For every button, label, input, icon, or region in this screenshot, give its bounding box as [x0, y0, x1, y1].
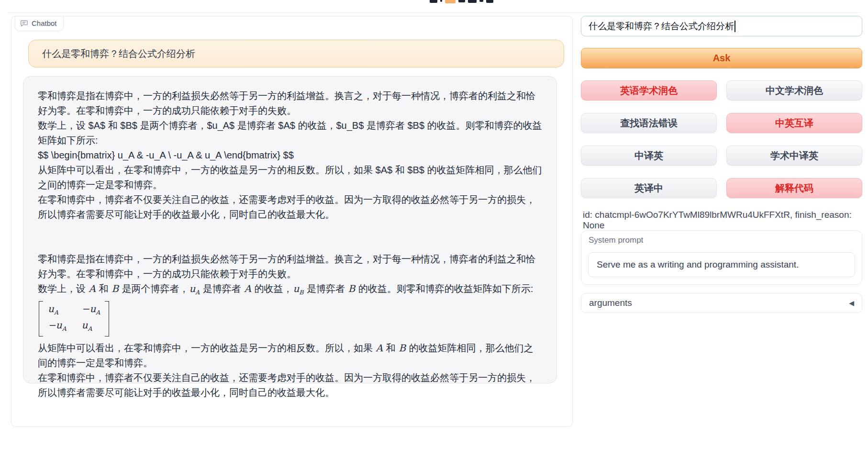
blank-lines — [38, 222, 542, 252]
text-cursor — [734, 21, 735, 32]
btn-explain-code[interactable]: 解释代码 — [726, 178, 862, 198]
title-glyph-fragment — [458, 0, 465, 2]
math-variable: −uA — [82, 303, 100, 318]
math-variable: −uA — [48, 319, 67, 335]
bot-paragraph: 零和博弈是指在博弈中，一方的利益损失必然等于另一方的利益增益。换言之，对于每一种… — [38, 252, 542, 281]
math-variable: B — [348, 283, 356, 294]
math-variable: uA — [48, 303, 67, 318]
arguments-accordion-label: arguments — [589, 298, 632, 308]
response-status-line: id: chatcmpl-6wOo7KrYTwMl89lbrMWRu4UkFFX… — [583, 210, 864, 231]
bot-paragraph: 从矩阵中可以看出，在零和博弈中，一方的收益是另一方的相反数。所以，如果 $A$ … — [38, 163, 542, 192]
bot-paragraph: 在零和博弈中，博弈者不仅要关注自己的收益，还需要考虑对手的收益。因为一方取得的收… — [38, 370, 542, 400]
arguments-accordion-header[interactable]: arguments ◀ — [581, 293, 862, 313]
matrix-left-bracket — [39, 301, 43, 337]
question-input-value: 什么是零和博弈？结合公式介绍分析 — [589, 20, 734, 33]
user-message-text: 什么是零和博弈？结合公式介绍分析 — [42, 47, 195, 60]
title-glyph-fragment — [445, 0, 456, 3]
math-variable: uA — [82, 319, 100, 335]
app-root: Chatbot 什么是零和博弈？结合公式介绍分析 零和博弈是指在博弈中，一方的利… — [0, 0, 868, 460]
math-variable: uB — [292, 283, 304, 294]
matrix-right-bracket — [105, 301, 109, 337]
bot-paragraph: 零和博弈是指在博弈中，一方的利益损失必然等于另一方的利益增益。换言之，对于每一种… — [38, 89, 542, 118]
btn-english-academic-polish[interactable]: 英语学术润色 — [581, 80, 717, 101]
system-prompt-value: Serve me as a writing and programming as… — [597, 259, 799, 270]
system-prompt-input[interactable]: Serve me as a writing and programming as… — [588, 252, 855, 277]
title-glyph-fragment — [486, 0, 493, 3]
payoff-matrix-row: uA−uA−uAuA — [38, 300, 542, 341]
math-variable: A — [376, 342, 383, 354]
bot-paragraph: 在零和博弈中，博弈者不仅要关注自己的收益，还需要考虑对手的收益。因为一方取得的收… — [38, 192, 542, 222]
accordion-collapsed-arrow-icon: ◀ — [849, 299, 854, 307]
system-prompt-group: System prompt Serve me as a writing and … — [581, 230, 862, 285]
btn-zh-to-en[interactable]: 中译英 — [581, 146, 717, 166]
chatbot-label-text: Chatbot — [32, 19, 57, 27]
title-glyph-fragment — [468, 0, 477, 3]
math-variable: A — [89, 283, 96, 294]
math-variable: B — [111, 283, 119, 294]
quick-button-grid: 英语学术润色中文学术润色查找语法错误中英互译中译英学术中译英英译中解释代码 — [581, 80, 862, 198]
bot-paragraph: 数学上，设 $A$ 和 $B$ 是两个博弈者，$u_A$ 是博弈者 $A$ 的收… — [38, 118, 542, 148]
cropped-page-title — [430, 0, 493, 5]
math-variable: A — [244, 283, 251, 294]
question-input[interactable]: 什么是零和博弈？结合公式介绍分析 — [581, 16, 862, 36]
chatbot-label: Chatbot — [15, 16, 64, 31]
title-glyph-fragment — [440, 0, 442, 2]
btn-find-grammar-errors[interactable]: 查找语法错误 — [581, 113, 717, 133]
title-glyph-fragment — [479, 0, 483, 2]
system-prompt-label: System prompt — [589, 236, 643, 245]
chatbot-panel[interactable]: Chatbot 什么是零和博弈？结合公式介绍分析 零和博弈是指在博弈中，一方的利… — [11, 16, 573, 427]
btn-academic-zh-to-en[interactable]: 学术中译英 — [726, 146, 862, 166]
btn-zh-en-mutual-translate[interactable]: 中英互译 — [726, 113, 862, 133]
bot-matrix-conclusion: 从矩阵中可以看出，在零和博弈中，一方的收益是另一方的相反数。所以，如果 A 和 … — [38, 341, 542, 370]
title-glyph-fragment — [430, 0, 437, 3]
math-variable: uA — [189, 283, 200, 294]
math-variable: B — [398, 342, 406, 354]
btn-en-to-zh[interactable]: 英译中 — [581, 178, 717, 198]
user-message-bubble: 什么是零和博弈？结合公式介绍分析 — [28, 40, 564, 67]
header-divider — [8, 12, 860, 13]
matrix-cells: uA−uA−uAuA — [43, 301, 105, 337]
bot-math-intro: 数学上，设 A 和 B 是两个博弈者，uA 是博弈者 A 的收益，uB 是博弈者… — [38, 281, 542, 300]
ask-button[interactable]: Ask — [581, 48, 862, 68]
chat-bubble-icon — [20, 19, 28, 27]
bot-paragraph-latex-source: $$ \begin{bmatrix} u_A & -u_A \ -u_A & u… — [38, 148, 542, 163]
btn-chinese-academic-polish[interactable]: 中文学术润色 — [726, 80, 862, 101]
bot-message-bubble: 零和博弈是指在博弈中，一方的利益损失必然等于另一方的利益增益。换言之，对于每一种… — [23, 76, 557, 383]
payoff-matrix: uA−uA−uAuA — [39, 301, 109, 337]
